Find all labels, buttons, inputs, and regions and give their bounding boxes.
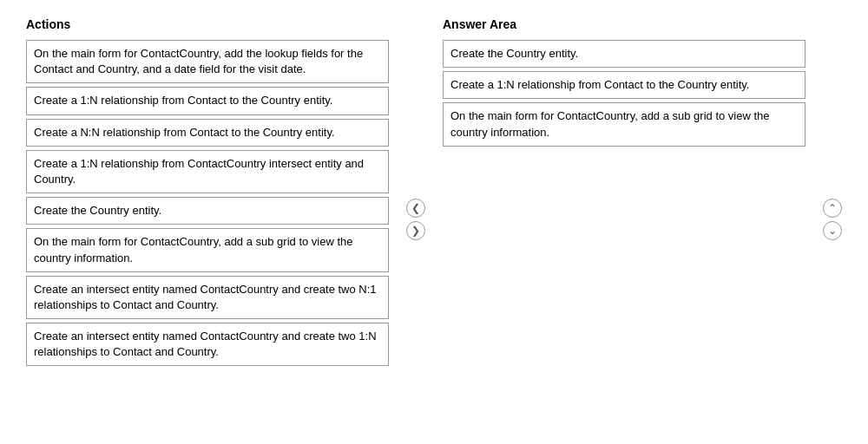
answer-area-title: Answer Area (443, 17, 806, 31)
move-left-arrow[interactable]: ❯ (406, 221, 425, 240)
answer-items-container: Create the Country entity.Create a 1:N r… (443, 40, 806, 147)
answer-area-panel: Answer Area Create the Country entity.Cr… (443, 17, 806, 369)
move-up-arrow[interactable]: ⌃ (823, 199, 842, 218)
move-right-arrow[interactable]: ❮ (406, 199, 425, 218)
action-item[interactable]: Create a 1:N relationship from Contact t… (26, 87, 389, 114)
action-item[interactable]: On the main form for ContactCountry, add… (26, 228, 389, 271)
action-item[interactable]: On the main form for ContactCountry, add… (26, 40, 389, 83)
answer-item[interactable]: Create a 1:N relationship from Contact t… (443, 71, 806, 99)
answer-item[interactable]: Create the Country entity. (443, 40, 806, 68)
action-item[interactable]: Create the Country entity. (26, 197, 389, 225)
action-item[interactable]: Create a 1:N relationship from ContactCo… (26, 150, 389, 193)
answer-item[interactable]: On the main form for ContactCountry, add… (443, 102, 806, 146)
transfer-arrows-left: ❮ ❯ (406, 17, 425, 369)
actions-list: On the main form for ContactCountry, add… (26, 40, 389, 366)
transfer-arrows-right: ⌃ ⌄ (823, 17, 842, 369)
move-down-arrow[interactable]: ⌄ (823, 221, 842, 240)
actions-panel: Actions On the main form for ContactCoun… (26, 17, 389, 369)
actions-title: Actions (26, 17, 389, 31)
action-item[interactable]: Create an intersect entity named Contact… (26, 323, 389, 366)
action-item[interactable]: Create a N:N relationship from Contact t… (26, 119, 389, 147)
action-item[interactable]: Create an intersect entity named Contact… (26, 276, 389, 319)
